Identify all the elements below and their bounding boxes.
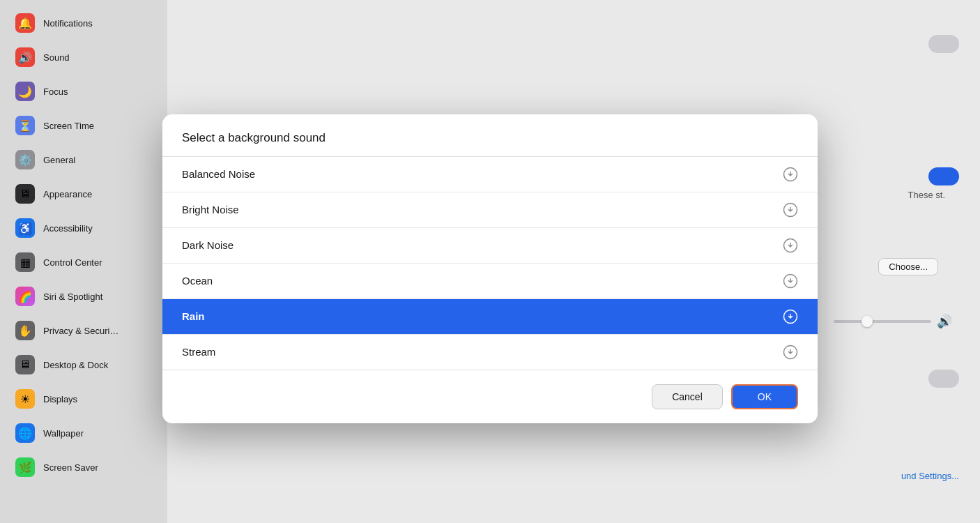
- sidebar-label-screen-time: Screen Time: [43, 121, 94, 131]
- screen-saver-icon: 🌿: [15, 457, 35, 477]
- sidebar-label-screen-saver: Screen Saver: [43, 462, 98, 473]
- sidebar-label-appearance: Appearance: [43, 189, 92, 199]
- choose-button[interactable]: Choose...: [878, 258, 938, 275]
- sidebar-item-siri[interactable]: 🌈Siri & Spotlight: [4, 280, 163, 313]
- sound-list: Balanced NoiseBright NoiseDark NoiseOcea…: [162, 157, 818, 370]
- sidebar-item-displays[interactable]: ☀Displays: [4, 382, 163, 416]
- sound-label-rain: Rain: [182, 310, 205, 322]
- sidebar-label-notifications: Notifications: [43, 18, 93, 29]
- sidebar-item-screen-time[interactable]: ⏳Screen Time: [4, 109, 163, 142]
- sidebar-item-control-center[interactable]: ▦Control Center: [4, 245, 163, 279]
- wallpaper-icon: 🌐: [15, 423, 35, 443]
- displays-icon: ☀: [15, 389, 35, 409]
- sidebar-item-accessibility[interactable]: ♿Accessibility: [4, 211, 163, 245]
- download-icon-dark-noise[interactable]: [783, 238, 798, 253]
- modal-header: Select a background sound: [162, 114, 818, 157]
- sound-icon: 🔊: [15, 47, 35, 67]
- notifications-icon: 🔔: [15, 13, 35, 33]
- screen-time-icon: ⏳: [15, 116, 35, 135]
- sound-label-dark-noise: Dark Noise: [182, 239, 233, 251]
- sound-label-ocean: Ocean: [182, 275, 213, 287]
- sound-item-stream[interactable]: Stream: [162, 335, 818, 370]
- sound-label-balanced-noise: Balanced Noise: [182, 168, 255, 180]
- sidebar-label-control-center: Control Center: [43, 257, 102, 268]
- control-center-icon: ▦: [15, 252, 35, 272]
- download-icon-stream[interactable]: [783, 344, 798, 360]
- modal-dialog: Select a background sound Balanced Noise…: [162, 114, 818, 423]
- cancel-button[interactable]: Cancel: [652, 384, 723, 409]
- sidebar-item-appearance[interactable]: 🖥Appearance: [4, 177, 163, 211]
- focus-icon: 🌙: [15, 82, 35, 101]
- modal-footer: Cancel OK: [162, 370, 818, 423]
- download-icon-ocean[interactable]: [783, 273, 798, 289]
- sound-item-balanced-noise[interactable]: Balanced Noise: [162, 157, 818, 192]
- sidebar-item-focus[interactable]: 🌙Focus: [4, 75, 163, 108]
- toggle-2[interactable]: [928, 167, 959, 185]
- sound-item-bright-noise[interactable]: Bright Noise: [162, 192, 818, 228]
- sidebar-label-accessibility: Accessibility: [43, 223, 93, 234]
- volume-track: [834, 320, 931, 323]
- sidebar-item-screen-saver[interactable]: 🌿Screen Saver: [4, 450, 163, 484]
- siri-icon: 🌈: [15, 287, 35, 306]
- desktop-icon: 🖥: [15, 355, 35, 374]
- sidebar-item-general[interactable]: ⚙️General: [4, 143, 163, 176]
- sidebar: 🔔Notifications🔊Sound🌙Focus⏳Screen Time⚙️…: [0, 0, 167, 523]
- download-icon-balanced-noise[interactable]: [783, 167, 798, 182]
- modal-title: Select a background sound: [182, 131, 798, 145]
- sidebar-label-desktop: Desktop & Dock: [43, 360, 108, 370]
- sidebar-item-notifications[interactable]: 🔔Notifications: [4, 6, 163, 40]
- volume-icon: 🔊: [937, 314, 952, 329]
- sidebar-item-sound[interactable]: 🔊Sound: [4, 40, 163, 74]
- accessibility-icon: ♿: [15, 218, 35, 238]
- sound-label-bright-noise: Bright Noise: [182, 204, 239, 215]
- ok-button[interactable]: OK: [731, 384, 798, 409]
- sound-label-stream: Stream: [182, 346, 215, 358]
- text-snippet: These st.: [908, 188, 945, 202]
- sidebar-label-focus: Focus: [43, 86, 68, 97]
- sound-item-dark-noise[interactable]: Dark Noise: [162, 228, 818, 264]
- privacy-icon: ✋: [15, 321, 35, 340]
- sidebar-label-displays: Displays: [43, 394, 77, 404]
- volume-area: 🔊: [834, 314, 952, 329]
- appearance-icon: 🖥: [15, 184, 35, 204]
- sound-item-rain[interactable]: Rain: [162, 299, 818, 335]
- sidebar-label-sound: Sound: [43, 52, 70, 63]
- toggle-1[interactable]: [928, 35, 959, 53]
- volume-thumb[interactable]: [862, 316, 873, 327]
- download-icon-rain[interactable]: [783, 309, 798, 324]
- sidebar-item-privacy[interactable]: ✋Privacy & Securi…: [4, 314, 163, 347]
- toggle-3[interactable]: [928, 370, 959, 388]
- sound-item-ocean[interactable]: Ocean: [162, 264, 818, 299]
- sidebar-label-wallpaper: Wallpaper: [43, 428, 84, 439]
- sound-settings-link[interactable]: und Settings...: [901, 471, 959, 481]
- sidebar-label-siri: Siri & Spotlight: [43, 291, 102, 302]
- download-icon-bright-noise[interactable]: [783, 202, 798, 218]
- sidebar-item-desktop[interactable]: 🖥Desktop & Dock: [4, 348, 163, 381]
- sidebar-item-wallpaper[interactable]: 🌐Wallpaper: [4, 416, 163, 450]
- general-icon: ⚙️: [15, 150, 35, 169]
- sidebar-label-privacy: Privacy & Securi…: [43, 326, 118, 336]
- sidebar-label-general: General: [43, 155, 75, 165]
